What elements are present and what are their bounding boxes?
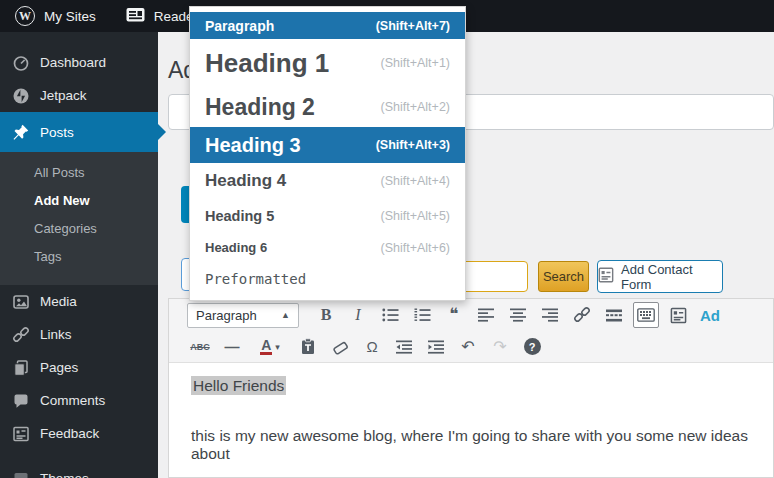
submenu-item-tags[interactable]: Tags	[0, 243, 158, 271]
body-text-line[interactable]: this is my new awesome blog, where I'm g…	[191, 427, 751, 463]
link-chain-icon	[12, 326, 30, 344]
add-contact-form-label: Add Contact Form	[621, 262, 722, 292]
strikethrough-icon: ABC	[190, 342, 210, 352]
sidebar-label: Pages	[40, 360, 78, 375]
omega-icon: Ω	[366, 338, 377, 355]
chevron-up-icon: ▲	[281, 310, 290, 320]
sidebar-label: Themes	[40, 471, 89, 478]
contact-form-toolbar-button[interactable]	[665, 302, 691, 328]
help-button[interactable]: ?	[519, 334, 545, 360]
pin-icon	[12, 123, 30, 141]
reader-icon	[126, 7, 145, 26]
ad-icon: Ad	[700, 307, 720, 324]
ad-button[interactable]: Ad	[697, 302, 723, 328]
link-icon	[573, 306, 591, 324]
indent-icon	[428, 340, 444, 354]
sidebar-item-media[interactable]: Media	[0, 285, 158, 318]
more-tag-icon	[606, 309, 622, 322]
sidebar-label: Posts	[40, 125, 74, 140]
bullet-list-button[interactable]	[377, 302, 403, 328]
help-icon: ?	[524, 338, 541, 355]
my-sites-label: My Sites	[44, 9, 96, 24]
indent-button[interactable]	[423, 334, 449, 360]
format-dropdown-menu: Paragraph (Shift+Alt+7) Heading 1 (Shift…	[189, 6, 466, 301]
my-sites-menu[interactable]: W My Sites	[0, 0, 111, 32]
format-option-heading-4[interactable]: Heading 4 (Shift+Alt+4)	[190, 163, 465, 199]
special-character-button[interactable]: Ω	[359, 334, 385, 360]
add-contact-form-button[interactable]: Add Contact Form	[597, 260, 723, 293]
wordpress-logo-icon: W	[15, 6, 35, 26]
format-option-heading-5[interactable]: Heading 5 (Shift+Alt+5)	[190, 199, 465, 232]
shortcut-label: (Shift+Alt+6)	[381, 241, 450, 255]
shortcut-label: (Shift+Alt+4)	[381, 174, 450, 188]
format-option-heading-3[interactable]: Heading 3 (Shift+Alt+3)	[190, 127, 465, 163]
outdent-icon	[396, 340, 412, 354]
sidebar-item-feedback[interactable]: Feedback	[0, 417, 158, 450]
editor-content-area[interactable]: Hello Friends this is my new awesome blo…	[169, 362, 773, 477]
submenu-item-all-posts[interactable]: All Posts	[0, 159, 158, 187]
sidebar-label: Media	[40, 294, 77, 309]
shortcut-label: (Shift+Alt+5)	[381, 209, 450, 223]
align-right-icon	[542, 308, 558, 322]
sidebar-item-pages[interactable]: Pages	[0, 351, 158, 384]
insert-link-button[interactable]	[569, 302, 595, 328]
submenu-item-categories[interactable]: Categories	[0, 215, 158, 243]
bold-button[interactable]: B	[313, 302, 339, 328]
italic-button[interactable]: I	[345, 302, 371, 328]
horizontal-rule-icon: —	[225, 338, 240, 355]
format-option-heading-6[interactable]: Heading 6 (Shift+Alt+6)	[190, 232, 465, 263]
format-select[interactable]: Paragraph ▲	[187, 303, 299, 328]
sidebar-item-jetpack[interactable]: Jetpack	[0, 79, 158, 112]
comment-bubble-icon	[12, 392, 30, 410]
strikethrough-button[interactable]: ABC	[187, 334, 213, 360]
sidebar-item-posts[interactable]: Posts	[0, 112, 158, 152]
feedback-form-icon	[12, 425, 30, 443]
paste-as-text-button[interactable]	[295, 334, 321, 360]
undo-button[interactable]: ↶	[455, 334, 481, 360]
media-icon	[12, 293, 30, 311]
chevron-down-icon: ▾	[275, 342, 280, 352]
sidebar-item-dashboard[interactable]: Dashboard	[0, 46, 158, 79]
themes-icon	[12, 470, 30, 478]
toolbar-toggle-button[interactable]	[633, 302, 659, 328]
horizontal-rule-button[interactable]: —	[219, 334, 245, 360]
selected-text-line[interactable]: Hello Friends	[191, 377, 751, 395]
editor-toolbar-row1: Paragraph ▲ B I ❝	[169, 299, 773, 331]
classic-editor: Paragraph ▲ B I ❝	[168, 298, 774, 478]
more-tag-button[interactable]	[601, 302, 627, 328]
bullet-list-icon	[382, 308, 399, 322]
wordpress-admin-screen: Add New Post Search Add Contact Form W M…	[0, 0, 774, 478]
format-option-heading-1[interactable]: Heading 1 (Shift+Alt+1)	[190, 39, 465, 87]
align-left-button[interactable]	[473, 302, 499, 328]
format-option-heading-2[interactable]: Heading 2 (Shift+Alt+2)	[190, 87, 465, 127]
submenu-item-add-new[interactable]: Add New	[0, 187, 158, 215]
sidebar-item-links[interactable]: Links	[0, 318, 158, 351]
search-button[interactable]: Search	[538, 261, 589, 292]
blockquote-button[interactable]: ❝	[441, 302, 467, 328]
align-center-button[interactable]	[505, 302, 531, 328]
paste-as-text-icon	[300, 338, 316, 355]
align-right-button[interactable]	[537, 302, 563, 328]
outdent-button[interactable]	[391, 334, 417, 360]
sidebar-item-themes[interactable]: Themes	[0, 462, 158, 478]
format-option-paragraph[interactable]: Paragraph (Shift+Alt+7)	[190, 12, 465, 39]
numbered-list-button[interactable]	[409, 302, 435, 328]
clear-formatting-button[interactable]	[327, 334, 353, 360]
redo-button[interactable]: ↷	[487, 334, 513, 360]
text-color-button[interactable]: A ▾	[251, 334, 289, 360]
numbered-list-icon	[414, 308, 431, 322]
format-option-preformatted[interactable]: Preformatted	[190, 263, 465, 295]
eraser-icon	[331, 339, 349, 355]
shortcut-label: (Shift+Alt+7)	[376, 19, 450, 33]
contact-form-icon	[598, 267, 614, 286]
bold-icon: B	[321, 306, 332, 324]
redo-icon: ↷	[493, 337, 506, 356]
shortcut-label: (Shift+Alt+1)	[381, 56, 450, 70]
sidebar-label: Links	[40, 327, 72, 342]
text-color-icon: A ▾	[260, 338, 280, 355]
sidebar-item-comments[interactable]: Comments	[0, 384, 158, 417]
jetpack-icon	[12, 87, 30, 105]
undo-icon: ↶	[461, 337, 474, 356]
dashboard-icon	[12, 54, 30, 72]
italic-icon: I	[355, 306, 360, 324]
